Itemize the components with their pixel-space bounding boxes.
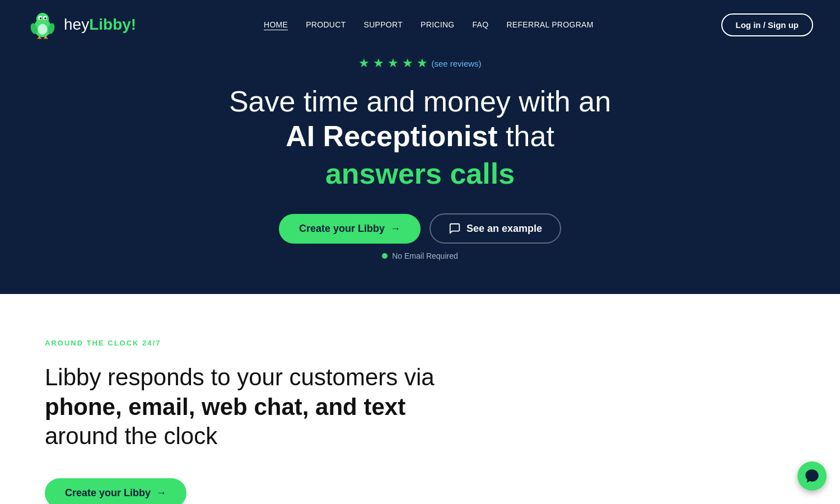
reviews-link[interactable]: (see reviews) — [431, 59, 481, 68]
nav-item-product[interactable]: PRODUCT — [306, 20, 346, 30]
arrow-right-icon: → — [390, 223, 400, 235]
chat-icon — [449, 222, 461, 235]
see-example-button[interactable]: See an example — [430, 213, 561, 244]
hero-tagline-green: answers calls — [229, 156, 611, 191]
reviews-row: ★ ★ ★ ★ ★ (see reviews) — [358, 56, 481, 71]
star-4-icon: ★ — [402, 56, 413, 71]
nav-item-support[interactable]: SUPPORT — [364, 20, 403, 30]
support-bubble-button[interactable] — [797, 461, 827, 491]
hero-title: Save time and money with an AI Reception… — [229, 84, 611, 191]
star-1-icon: ★ — [358, 56, 370, 71]
section-tag: AROUND THE CLOCK 24/7 — [45, 339, 795, 347]
section-title: Libby responds to your customers via pho… — [45, 363, 437, 451]
no-email-row: No Email Required — [382, 251, 458, 260]
logo[interactable]: heyLibby! — [27, 9, 136, 40]
section-create-libby-button[interactable]: Create your Libby → — [45, 478, 186, 504]
star-5-icon: ★ — [417, 56, 428, 71]
section-arrow-right-icon: → — [156, 487, 166, 499]
svg-point-1 — [36, 13, 49, 25]
green-dot-icon — [382, 253, 388, 259]
section-cta: Create your Libby → — [45, 478, 795, 504]
no-email-text: No Email Required — [392, 251, 458, 260]
star-3-icon: ★ — [388, 56, 399, 71]
login-button[interactable]: Log in / Sign up — [721, 13, 813, 36]
nav-item-faq[interactable]: FAQ — [473, 20, 489, 30]
navbar: heyLibby! HOME PRODUCT SUPPORT PRICING F… — [0, 0, 840, 49]
logo-text: heyLibby! — [64, 16, 136, 34]
svg-point-5 — [40, 17, 42, 20]
nav-links: HOME PRODUCT SUPPORT PRICING FAQ REFERRA… — [264, 20, 594, 30]
svg-point-6 — [44, 17, 46, 20]
create-libby-button[interactable]: Create your Libby → — [279, 214, 421, 244]
star-2-icon: ★ — [373, 56, 384, 71]
logo-bird-icon — [27, 9, 58, 40]
nav-item-home[interactable]: HOME — [264, 20, 288, 30]
hero-buttons: Create your Libby → See an example — [279, 213, 561, 244]
nav-item-referral[interactable]: REFERRAL PROGRAM — [506, 20, 593, 30]
support-chat-icon — [804, 468, 820, 484]
features-section: AROUND THE CLOCK 24/7 Libby responds to … — [0, 294, 840, 504]
svg-point-2 — [38, 24, 48, 35]
nav-item-pricing[interactable]: PRICING — [421, 20, 454, 30]
